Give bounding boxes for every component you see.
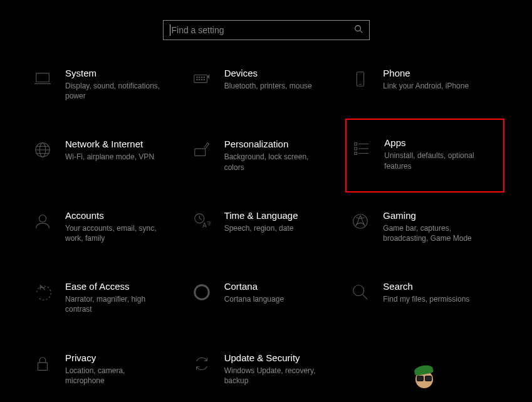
- tile-text: Search Find my files, permissions: [383, 281, 469, 304]
- svg-point-6: [199, 77, 200, 78]
- tile-text: Time & Language Speech, region, date: [224, 210, 298, 233]
- time-language-icon: A字: [192, 211, 212, 231]
- tile-title: System: [65, 68, 165, 78]
- tile-desc: Cortana language: [224, 294, 284, 304]
- svg-rect-38: [38, 362, 48, 370]
- lock-icon: [33, 354, 53, 374]
- tile-title: Time & Language: [224, 210, 298, 221]
- tile-desc: Link your Android, iPhone: [383, 81, 469, 91]
- svg-line-30: [199, 218, 202, 220]
- tile-desc: Your accounts, email, sync, work, family: [65, 223, 165, 243]
- svg-rect-2: [36, 73, 50, 82]
- svg-point-7: [201, 77, 202, 78]
- svg-point-5: [196, 77, 197, 78]
- tile-personalization[interactable]: Personalization Background, lock screen,…: [187, 136, 346, 174]
- svg-point-36: [353, 285, 364, 296]
- svg-rect-23: [355, 148, 357, 151]
- tile-title: Privacy: [65, 352, 165, 363]
- tile-text: Apps Uninstall, defaults, optional featu…: [384, 137, 484, 171]
- paintbrush-icon: [192, 140, 212, 160]
- svg-rect-4: [194, 75, 207, 82]
- tile-text: System Display, sound, notifications, po…: [65, 68, 165, 101]
- tile-desc: Location, camera, microphone: [65, 366, 165, 386]
- update-icon: [192, 354, 212, 374]
- tile-desc: Narrator, magnifier, high contrast: [65, 294, 165, 314]
- tile-desc: Speech, region, date: [224, 223, 298, 233]
- tile-update-security[interactable]: Update & Security Windows Update, recove…: [187, 350, 346, 388]
- svg-point-9: [196, 79, 197, 80]
- tile-devices[interactable]: Devices Bluetooth, printers, mouse: [187, 65, 346, 103]
- tile-desc: Uninstall, defaults, optional features: [384, 151, 484, 171]
- tile-desc: Background, lock screen, colors: [224, 152, 325, 172]
- text-cursor: [170, 24, 170, 36]
- tile-title: Ease of Access: [65, 281, 165, 292]
- tile-text: Cortana Cortana language: [224, 281, 284, 304]
- xbox-icon: [350, 211, 370, 231]
- svg-point-33: [353, 214, 368, 229]
- tile-ease-of-access[interactable]: Ease of Access Narrator, magnifier, high…: [28, 278, 187, 317]
- tile-text: Accounts Your accounts, email, sync, wor…: [65, 210, 165, 243]
- keyboard-icon: [192, 69, 212, 89]
- globe-icon: [33, 140, 53, 160]
- tile-title: Personalization: [224, 139, 325, 149]
- svg-point-35: [194, 285, 209, 300]
- tile-system[interactable]: System Display, sound, notifications, po…: [28, 65, 187, 103]
- mascot-avatar: [410, 363, 438, 391]
- tile-apps[interactable]: Apps Uninstall, defaults, optional featu…: [345, 119, 504, 192]
- tile-title: Search: [383, 281, 469, 292]
- svg-rect-21: [355, 143, 357, 145]
- search-icon: [354, 24, 363, 36]
- svg-line-37: [363, 295, 368, 300]
- svg-rect-25: [355, 152, 357, 155]
- phone-icon: [350, 69, 370, 89]
- tile-text: Gaming Game bar, captures, broadcasting,…: [383, 210, 483, 243]
- tile-title: Devices: [224, 68, 312, 78]
- person-icon: [33, 211, 53, 231]
- tile-privacy[interactable]: Privacy Location, camera, microphone: [28, 350, 187, 388]
- tile-network[interactable]: Network & Internet Wi-Fi, airplane mode,…: [28, 136, 187, 174]
- search-input[interactable]: [172, 25, 354, 35]
- tile-title: Accounts: [65, 210, 165, 221]
- tile-text: Personalization Background, lock screen,…: [224, 139, 325, 172]
- svg-point-11: [201, 79, 202, 80]
- tile-title: Cortana: [224, 281, 284, 292]
- tile-title: Network & Internet: [65, 139, 154, 149]
- svg-point-27: [39, 214, 46, 221]
- svg-point-8: [204, 77, 205, 78]
- tile-title: Gaming: [383, 210, 483, 221]
- tile-desc: Bluetooth, printers, mouse: [224, 81, 312, 91]
- tile-desc: Display, sound, notifications, power: [65, 81, 165, 101]
- search-box[interactable]: [163, 20, 370, 40]
- laptop-icon: [33, 69, 53, 89]
- tile-text: Phone Link your Android, iPhone: [383, 68, 469, 91]
- svg-point-12: [204, 79, 205, 80]
- tile-gaming[interactable]: Gaming Game bar, captures, broadcasting,…: [345, 208, 504, 246]
- tile-title: Phone: [383, 68, 469, 78]
- tile-search[interactable]: Search Find my files, permissions: [345, 278, 504, 317]
- tile-text: Ease of Access Narrator, magnifier, high…: [65, 281, 165, 314]
- svg-point-0: [355, 26, 360, 31]
- tile-desc: Windows Update, recovery, backup: [224, 366, 325, 386]
- tile-desc: Game bar, captures, broadcasting, Game M…: [383, 223, 483, 243]
- cortana-icon: [192, 282, 212, 302]
- svg-rect-20: [194, 149, 205, 156]
- tile-desc: Find my files, permissions: [383, 294, 469, 304]
- tile-accounts[interactable]: Accounts Your accounts, email, sync, wor…: [28, 208, 187, 246]
- tile-desc: Wi-Fi, airplane mode, VPN: [65, 152, 154, 162]
- tile-text: Update & Security Windows Update, recove…: [224, 352, 325, 386]
- magnifier-icon: [350, 282, 370, 302]
- tile-title: Update & Security: [224, 352, 325, 363]
- tile-text: Network & Internet Wi-Fi, airplane mode,…: [65, 139, 154, 162]
- tile-title: Apps: [384, 137, 484, 148]
- settings-grid: System Display, sound, notifications, po…: [0, 65, 532, 388]
- tile-cortana[interactable]: Cortana Cortana language: [187, 278, 346, 317]
- tile-time-language[interactable]: A字 Time & Language Speech, region, date: [187, 208, 346, 246]
- ease-of-access-icon: [33, 282, 53, 302]
- svg-text:字: 字: [206, 220, 211, 226]
- svg-line-1: [360, 31, 362, 33]
- tile-text: Devices Bluetooth, printers, mouse: [224, 68, 312, 91]
- tile-phone[interactable]: Phone Link your Android, iPhone: [345, 65, 504, 103]
- apps-list-icon: [352, 139, 372, 159]
- search-wrapper: [0, 0, 532, 65]
- svg-point-10: [199, 79, 200, 80]
